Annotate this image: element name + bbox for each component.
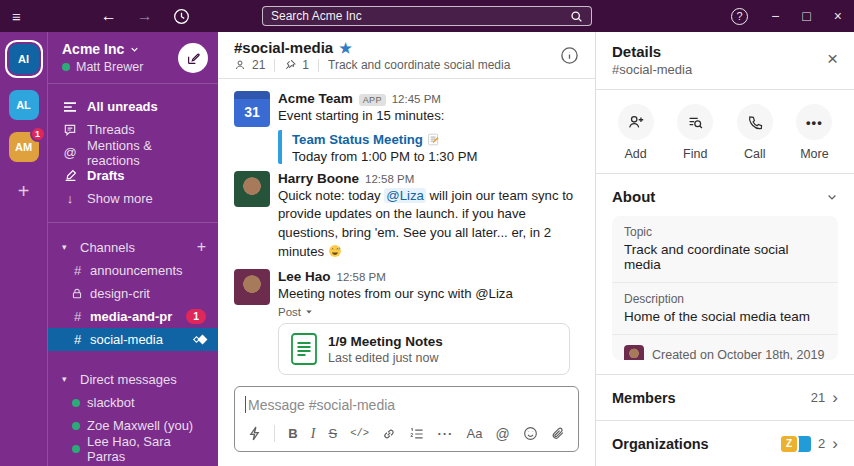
event-time: Today from 1:00 PM to 1:30 PM <box>292 149 579 164</box>
presence-dot <box>62 63 70 71</box>
hamburger-menu-icon[interactable]: ≡ <box>12 8 21 25</box>
sweat-smile-emoji-icon <box>328 244 342 258</box>
arrow-down-icon: ↓ <box>62 191 78 206</box>
close-icon[interactable]: × <box>834 9 842 23</box>
add-people-button[interactable]: Add <box>610 104 662 161</box>
history-back-button[interactable]: ← <box>101 7 117 25</box>
channel-item-social-media[interactable]: # social-media <box>48 328 218 351</box>
channel-item-announcements[interactable]: # announcements <box>48 259 218 282</box>
unreads-icon <box>62 101 78 113</box>
channel-item-media-and-pr[interactable]: # media-and-pr 1 <box>48 305 218 328</box>
google-calendar-avatar[interactable]: 31 <box>234 91 270 127</box>
timestamp[interactable]: 12:58 PM <box>337 271 386 283</box>
sidebar-item-label: All unreads <box>87 99 158 114</box>
members-label: Members <box>612 390 676 406</box>
more-button[interactable]: ••• More <box>788 104 840 161</box>
find-button[interactable]: Find <box>669 104 721 161</box>
minimize-icon[interactable]: − <box>771 9 779 23</box>
channel-item-design-crit[interactable]: design-crit <box>48 282 218 305</box>
members-row[interactable]: Members 21 › <box>596 374 854 420</box>
shortcuts-lightning-icon[interactable] <box>248 426 261 441</box>
italic-button[interactable]: I <box>311 427 316 441</box>
avatar-harry-boone[interactable] <box>234 171 270 207</box>
composer-toolbar: B I S </> ··· Aa @ <box>235 418 578 451</box>
workspace-icon-acme-inc[interactable]: AI <box>9 44 39 74</box>
text-cursor <box>245 396 246 413</box>
sidebar-item-all-unreads[interactable]: All unreads <box>48 95 218 118</box>
message-composer: Message #social-media B I S </> <box>234 386 579 452</box>
dm-header[interactable]: ▾ Direct messages <box>48 367 218 391</box>
avatar-lee-hao[interactable] <box>234 269 270 305</box>
dm-item-lee-hao-sara-parras[interactable]: Lee Hao, Sara Parras <box>48 437 218 460</box>
collapse-triangle-icon: ▾ <box>62 374 72 384</box>
workspace-icon-am[interactable]: AM 1 <box>9 132 39 162</box>
code-button[interactable]: </> <box>350 428 369 439</box>
pin-count[interactable]: 1 <box>302 58 309 72</box>
link-icon[interactable] <box>382 427 396 441</box>
dm-header-label: Direct messages <box>80 372 177 387</box>
add-channel-button[interactable]: + <box>197 238 206 256</box>
workspace-menu[interactable]: Acme Inc Matt Brewer <box>48 32 218 84</box>
message-list: 31 Acme Team APP 12:45 PM Event starting… <box>218 79 595 376</box>
add-workspace-button[interactable]: + <box>18 180 30 203</box>
sender-name[interactable]: Lee Hao <box>278 269 331 284</box>
bold-button[interactable]: B <box>288 427 297 440</box>
about-card: Topic Track and coordinate social media … <box>612 216 838 360</box>
channels-header[interactable]: ▾ Channels + <box>48 235 218 259</box>
text-segment: Quick note: today <box>278 188 384 203</box>
sender-name[interactable]: Harry Boone <box>278 171 359 186</box>
emoji-button[interactable] <box>523 426 538 441</box>
sidebar-item-mentions-reactions[interactable]: @ Mentions & reactions <box>48 141 218 164</box>
creator-avatar[interactable] <box>624 345 644 360</box>
timestamp[interactable]: 12:58 PM <box>365 173 414 185</box>
about-title: About <box>612 188 655 205</box>
close-details-icon[interactable]: × <box>827 49 838 68</box>
history-forward-button[interactable]: → <box>137 7 153 25</box>
compose-button[interactable] <box>178 43 208 73</box>
call-button[interactable]: Call <box>729 104 781 161</box>
composer-placeholder: Message #social-media <box>248 397 395 413</box>
topic-row[interactable]: Topic Track and coordinate social media <box>612 216 838 283</box>
message-text: Quick note: today @Liza will join our te… <box>278 187 579 262</box>
divider <box>274 59 275 72</box>
search-bar[interactable] <box>262 6 592 26</box>
maximize-icon[interactable]: □ <box>802 9 810 23</box>
sidebar-item-show-more[interactable]: ↓ Show more <box>48 187 218 210</box>
mention-liza[interactable]: @Liza <box>384 188 426 203</box>
text-format-button[interactable]: Aa <box>466 427 482 440</box>
dm-label: Zoe Maxwell (you) <box>87 418 193 433</box>
workspace-initials: AL <box>16 99 31 111</box>
post-type-menu[interactable]: Post <box>278 306 579 318</box>
workspace-icon-al[interactable]: AL <box>9 90 39 120</box>
starred-icon[interactable]: ★ <box>339 40 352 56</box>
message-input[interactable]: Message #social-media <box>235 387 578 418</box>
history-clock-icon[interactable] <box>173 8 190 25</box>
sender-name[interactable]: Acme Team <box>278 91 353 106</box>
calendar-day: 31 <box>244 104 260 120</box>
channel-topic[interactable]: Track and coordinate social media <box>328 58 510 72</box>
file-attachment-meeting-notes[interactable]: 1/9 Meeting Notes Last edited just now <box>278 323 570 375</box>
search-input[interactable] <box>271 9 570 23</box>
about-section-header[interactable]: About <box>596 174 854 216</box>
member-count[interactable]: 21 <box>252 58 265 72</box>
channel-label: media-and-pr <box>90 309 172 324</box>
channel-header: #social-media ★ 21 1 Track and coordinat… <box>218 32 595 79</box>
dm-item-slackbot[interactable]: slackbot <box>48 391 218 414</box>
timestamp[interactable]: 12:45 PM <box>392 93 441 105</box>
memo-emoji-icon <box>427 133 440 146</box>
info-icon[interactable] <box>560 46 579 65</box>
attach-paperclip-icon[interactable] <box>551 426 565 441</box>
event-link[interactable]: Team Status Meeting <box>292 132 440 147</box>
action-label: Call <box>744 147 766 161</box>
more-formatting-button[interactable]: ··· <box>437 427 453 440</box>
description-row[interactable]: Description Home of the social media tea… <box>612 283 838 335</box>
workspace-unread-badge: 1 <box>30 126 46 142</box>
file-meta: Last edited just now <box>328 351 443 365</box>
organizations-row[interactable]: Organizations Z 2 › <box>596 420 854 466</box>
help-icon[interactable]: ? <box>731 8 748 25</box>
channel-label: announcements <box>90 263 183 278</box>
mention-button[interactable]: @ <box>495 427 509 441</box>
ordered-list-icon[interactable] <box>409 427 424 441</box>
strikethrough-button[interactable]: S <box>328 427 337 440</box>
hash-icon: # <box>72 263 83 278</box>
